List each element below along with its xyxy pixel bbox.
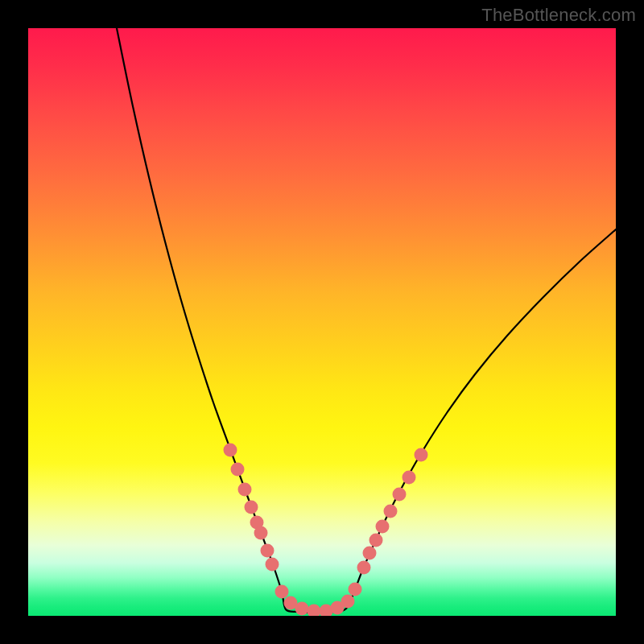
- data-marker: [224, 444, 237, 457]
- data-marker: [415, 448, 428, 462]
- chart-svg: [28, 28, 616, 616]
- data-marker: [363, 547, 377, 560]
- data-marker: [245, 501, 258, 514]
- data-marker: [231, 463, 245, 477]
- data-marker: [275, 585, 289, 599]
- bottleneck-curve: [117, 28, 616, 613]
- data-marker: [308, 605, 321, 617]
- data-marker: [295, 602, 309, 616]
- data-marker: [369, 534, 383, 547]
- data-marker: [238, 483, 252, 497]
- data-marker: [261, 544, 275, 558]
- curve-layer: [117, 28, 616, 613]
- data-marker: [266, 558, 279, 572]
- data-marker: [349, 583, 362, 597]
- marker-layer: [224, 444, 428, 617]
- data-marker: [254, 526, 268, 540]
- data-marker: [341, 595, 355, 609]
- data-marker: [376, 520, 390, 534]
- watermark-text: TheBottleneck.com: [481, 5, 636, 26]
- chart-frame: TheBottleneck.com: [0, 0, 644, 644]
- data-marker: [393, 488, 407, 502]
- data-marker: [384, 505, 398, 518]
- data-marker: [402, 471, 416, 485]
- data-marker: [357, 561, 371, 575]
- plot-area: [28, 28, 616, 616]
